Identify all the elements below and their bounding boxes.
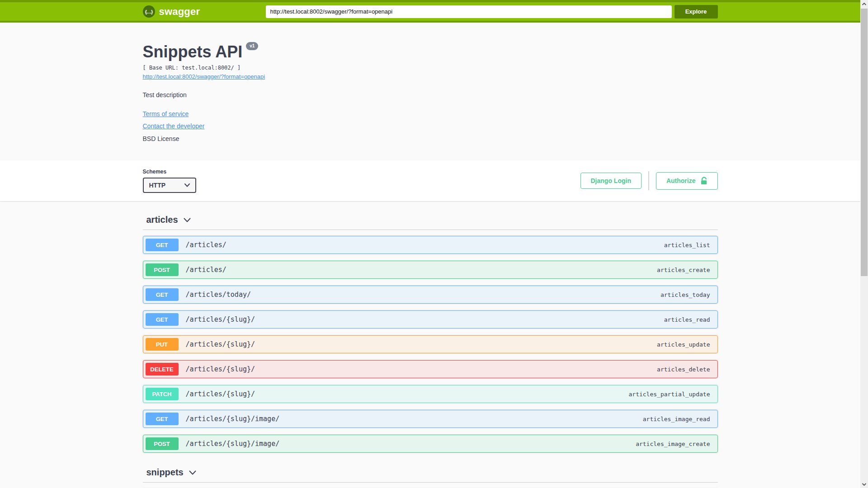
- base-url: [ Base URL: test.local:8002/ ]: [143, 65, 718, 71]
- operation-row[interactable]: POST /articles/{slug}/image/ articles_im…: [143, 435, 718, 453]
- terms-of-service-link[interactable]: Terms of service: [143, 110, 189, 117]
- tag-name: articles: [146, 215, 178, 225]
- operation-id: articles_read: [664, 316, 710, 323]
- schemes-label: Schemes: [143, 169, 196, 175]
- spec-link[interactable]: http://test.local:8002/swagger/?format=o…: [143, 73, 265, 80]
- operation-path: /articles/{slug}/image/: [186, 415, 280, 423]
- operation-id: articles_today: [660, 291, 710, 298]
- contact-developer-link[interactable]: Contact the developer: [143, 122, 205, 130]
- operation-row[interactable]: PATCH /articles/{slug}/ articles_partial…: [143, 385, 718, 403]
- vertical-scrollbar[interactable]: [860, 0, 868, 488]
- operation-path: /articles/{slug}/: [186, 365, 255, 373]
- method-badge: PUT: [146, 338, 179, 351]
- scrollbar-up-arrow-icon[interactable]: [860, 0, 868, 8]
- scheme-selected-value: HTTP: [149, 182, 166, 189]
- tag-header[interactable]: articles: [143, 214, 718, 230]
- operation-id: articles_delete: [657, 366, 710, 373]
- api-description: Test description: [143, 91, 718, 99]
- auth-wrapper: Django Login Authorize: [580, 171, 718, 190]
- method-badge: POST: [146, 263, 179, 276]
- operation-path: /articles/{slug}/: [186, 315, 255, 324]
- operation-path: /articles/: [186, 266, 226, 274]
- operation-row[interactable]: GET /articles/today/ articles_today: [143, 286, 718, 304]
- operation-row[interactable]: GET /articles/{slug}/ articles_read: [143, 310, 718, 328]
- scrollbar-thumb[interactable]: [861, 9, 868, 276]
- method-badge: GET: [146, 313, 179, 326]
- operation-path: /articles/{slug}/: [186, 340, 255, 348]
- chevron-down-icon: [189, 470, 196, 475]
- explore-button[interactable]: Explore: [675, 5, 718, 19]
- django-login-label: Django Login: [591, 177, 631, 184]
- authorize-label: Authorize: [666, 177, 696, 184]
- page: {…} swagger Explore Snippets API v1 [ Ba…: [0, 0, 860, 488]
- swagger-logo-icon: {…}: [143, 5, 155, 18]
- api-title: Snippets API v1: [143, 43, 718, 61]
- authorize-button[interactable]: Authorize: [656, 172, 718, 190]
- operation-row[interactable]: GET /articles/ articles_list: [143, 236, 718, 254]
- schemes-group: Schemes HTTP: [143, 169, 196, 193]
- explore-group: Explore: [266, 5, 718, 19]
- operation-id: articles_update: [657, 341, 710, 348]
- brand-name: swagger: [159, 6, 200, 18]
- unlocked-padlock-icon: [700, 177, 708, 185]
- chevron-down-icon: [184, 183, 190, 187]
- operation-path: /articles/{slug}/: [186, 390, 255, 398]
- info-section: Snippets API v1 [ Base URL: test.local:8…: [0, 23, 860, 160]
- tag-header[interactable]: snippets: [143, 466, 718, 483]
- api-title-text: Snippets API: [143, 43, 243, 61]
- operation-path: /articles/: [186, 241, 226, 249]
- operation-row[interactable]: POST /articles/ articles_create: [143, 261, 718, 279]
- django-login-button[interactable]: Django Login: [580, 173, 642, 189]
- spec-url-input[interactable]: [266, 5, 672, 18]
- method-badge: GET: [146, 288, 179, 301]
- operation-id: articles_image_create: [636, 441, 710, 447]
- operation-list: GET /articles/ articles_list POST /artic…: [143, 236, 718, 453]
- swagger-brand[interactable]: {…} swagger: [143, 5, 200, 18]
- operation-id: articles_image_read: [643, 416, 710, 422]
- operation-row[interactable]: DELETE /articles/{slug}/ articles_delete: [143, 360, 718, 378]
- operation-row[interactable]: PUT /articles/{slug}/ articles_update: [143, 335, 718, 353]
- method-badge: PATCH: [146, 388, 179, 400]
- scheme-bar: Schemes HTTP Django Login Authorize: [0, 160, 860, 201]
- operation-id: articles_partial_update: [628, 391, 710, 398]
- method-badge: POST: [146, 437, 179, 450]
- operation-path: /articles/{slug}/image/: [186, 440, 280, 448]
- operation-row[interactable]: GET /articles/{slug}/image/ articles_ima…: [143, 410, 718, 428]
- operation-id: articles_create: [657, 267, 710, 273]
- operation-path: /articles/today/: [186, 291, 251, 299]
- scheme-select[interactable]: HTTP: [143, 178, 196, 193]
- tag-name: snippets: [146, 467, 184, 478]
- topbar: {…} swagger Explore: [0, 0, 860, 23]
- method-badge: GET: [146, 413, 179, 425]
- api-tag-section: snippets GET /snippets/ snippets_list: [143, 466, 718, 488]
- scrollbar-down-arrow-icon[interactable]: [860, 480, 868, 488]
- operation-id: articles_list: [664, 242, 710, 249]
- license-text: BSD License: [143, 135, 718, 142]
- operations-container: articles GET /articles/ articles_list PO…: [143, 201, 718, 488]
- auth-divider: [648, 171, 649, 190]
- chevron-down-icon: [184, 218, 191, 222]
- method-badge: DELETE: [146, 363, 179, 375]
- version-badge: v1: [246, 42, 258, 50]
- method-badge: GET: [146, 239, 179, 251]
- api-tag-section: articles GET /articles/ articles_list PO…: [143, 214, 718, 453]
